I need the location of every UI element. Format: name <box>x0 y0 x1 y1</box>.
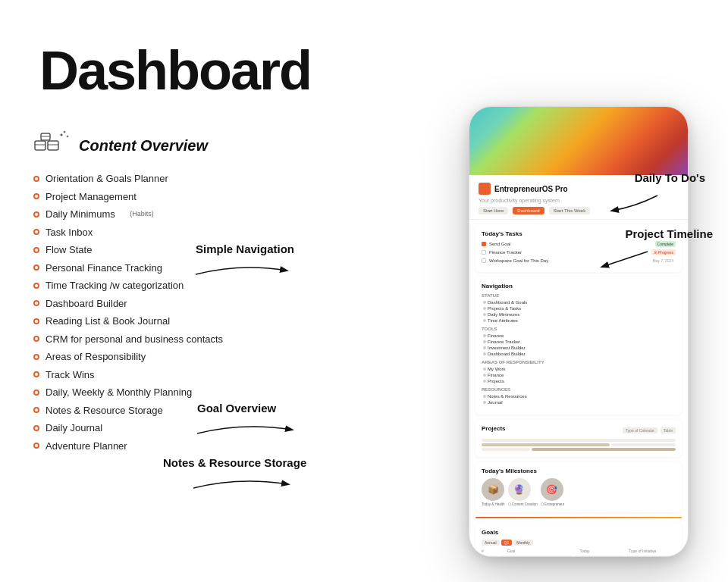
annotation-label: Goal Overview <box>197 402 276 415</box>
milestones-title: Today's Milestones <box>482 468 676 474</box>
list-bullet <box>33 283 39 289</box>
list-bullet <box>33 425 39 431</box>
boxes-icon <box>33 130 73 161</box>
goals-filter-active[interactable]: Q1 <box>501 540 513 546</box>
milestone-item: 🔮 ⬡ Content Creation <box>508 478 538 506</box>
list-item-text: Daily Minimums <box>46 207 115 222</box>
annotation-simple-navigation: Simple Navigation <box>196 242 294 256</box>
list-bullet <box>33 390 39 396</box>
goals-filter[interactable]: Monthly <box>513 540 533 546</box>
nav-item[interactable]: Dashboard Builder <box>482 351 676 357</box>
nav-item[interactable]: Investment Builder <box>482 345 676 351</box>
list-item-text: CRM for personal and business contacts <box>46 332 223 347</box>
eos-logo-text: EntrepreneurOS Pro <box>494 185 568 193</box>
list-item-text: Daily Journal <box>46 421 102 436</box>
goals-cell: Work & Mission <box>626 555 676 556</box>
list-bullet <box>33 407 39 413</box>
task-text: Send Goal <box>489 242 510 246</box>
goals-title: Goals <box>482 529 676 536</box>
annotation-arrow <box>595 244 655 274</box>
nav-item[interactable]: Dashboard & Goals <box>482 299 676 305</box>
nav-group-title: Status <box>482 293 676 298</box>
svg-rect-2 <box>48 141 58 150</box>
list-item-text: Track Wins <box>46 368 95 383</box>
nav-group-areas: Areas of Responsibility My Work Finance … <box>482 360 676 384</box>
annotation-notes-resource-storage: Notes & Resource Storage <box>163 456 306 470</box>
milestone-item: 📦 Today & Health <box>482 478 505 506</box>
timeline-segment <box>532 448 676 451</box>
list-item-text: Orientation & Goals Planner <box>46 171 168 186</box>
navigation-title: Navigation <box>482 283 676 289</box>
nav-item[interactable]: Journal <box>482 399 676 405</box>
projects-title: Projects <box>482 425 506 432</box>
milestones-row: 📦 Today & Health 🔮 ⬡ Content Creation 🎯 … <box>482 478 676 506</box>
content-overview-title: Content Overview <box>79 137 208 155</box>
annotation-arrow <box>196 259 302 289</box>
goals-cell: Annual Goal <box>500 555 572 556</box>
list-item-text: Adventure Planner <box>46 439 127 454</box>
list-bullet <box>33 300 39 306</box>
project-timeline-bar <box>482 439 676 442</box>
page-title: Dashboard <box>39 39 311 102</box>
phone-projects-section: Projects Type of Calendar Table <box>475 419 682 457</box>
projects-view-toggle[interactable]: Type of Calendar <box>623 427 657 433</box>
eos-logo-box <box>479 183 491 195</box>
list-item-text: Personal Finance Tracking <box>46 261 162 276</box>
list-bullet <box>33 247 39 253</box>
list-item: Orientation & Goals Planner <box>33 171 246 186</box>
milestone-label: ⬡ Content Creation <box>508 502 538 506</box>
list-item: CRM for personal and business contacts <box>33 332 246 347</box>
timeline-segment <box>482 448 530 451</box>
goals-col-header: Type of Initiative <box>629 549 676 553</box>
nav-group-tools: Tools Finance Finance Tracker Investment… <box>482 327 676 357</box>
task-badge: Complete <box>655 241 676 247</box>
habit-tag: (Habits) <box>130 209 154 220</box>
nav-group-title: Tools <box>482 327 676 331</box>
list-item: Task Inbox <box>33 225 246 240</box>
phone-header-image <box>469 107 688 175</box>
annotation-label: Notes & Resource Storage <box>163 456 306 469</box>
milestone-icon: 📦 <box>482 478 504 501</box>
milestone-icon: 🔮 <box>508 478 531 501</box>
nav-item[interactable]: Projects & Tasks <box>482 305 676 311</box>
list-item-text: Flow State <box>46 242 92 258</box>
list-item-text: Project Management <box>46 189 136 205</box>
nav-group-status: Status Dashboard & Goals Projects & Task… <box>482 293 676 324</box>
goals-cell: December 31, 2024 <box>574 555 623 556</box>
annotation-daily-todos: Daily To Do's <box>635 171 705 185</box>
nav-item[interactable]: Finance <box>482 372 676 378</box>
annotation-project-timeline: Project Timeline <box>625 227 713 241</box>
nav-item[interactable]: My Work <box>482 366 676 372</box>
list-item: Areas of Responsibility <box>33 349 246 365</box>
nav-item[interactable]: Projects <box>482 378 676 384</box>
task-checkbox[interactable] <box>482 242 486 246</box>
project-timeline-row <box>482 443 676 446</box>
eos-tab-week[interactable]: Start This Week <box>549 207 590 214</box>
list-item: Dashboard Builder <box>33 296 246 311</box>
nav-item[interactable]: Finance Tracker <box>482 339 676 345</box>
annotation-goal-overview: Goal Overview <box>197 402 276 415</box>
eos-tab-start-here[interactable]: Start Here <box>479 207 508 214</box>
list-bullet <box>33 318 39 324</box>
goals-filter[interactable]: Annual <box>482 540 500 546</box>
eos-tab-dashboard[interactable]: Dashboard <box>513 207 544 214</box>
nav-item[interactable]: Notes & Resources <box>482 393 676 399</box>
nav-item[interactable]: Daily Minimums <box>482 311 676 318</box>
timeline-segment <box>611 443 676 446</box>
task-checkbox[interactable] <box>482 250 486 255</box>
annotation-label: Daily To Do's <box>635 171 705 184</box>
annotation-label: Project Timeline <box>625 227 713 240</box>
nav-item[interactable]: Finance <box>482 333 676 339</box>
annotation-arrow <box>197 418 303 449</box>
nav-item[interactable]: Time Attributes <box>482 318 676 324</box>
list-item-text: Notes & Resource Storage <box>46 403 163 418</box>
list-bullet <box>33 211 39 217</box>
list-item: Project Management <box>33 189 246 205</box>
goals-table-row: 1 Annual Goal December 31, 2024 Work & M… <box>482 555 676 556</box>
task-checkbox[interactable] <box>482 258 486 263</box>
projects-table-toggle[interactable]: Table <box>661 427 676 433</box>
list-item: Daily, Weekly & Monthly Planning <box>33 385 246 400</box>
task-text: Finance Tracker <box>489 250 522 255</box>
timeline-segment <box>482 443 610 446</box>
goals-col-header: Today <box>580 549 627 553</box>
